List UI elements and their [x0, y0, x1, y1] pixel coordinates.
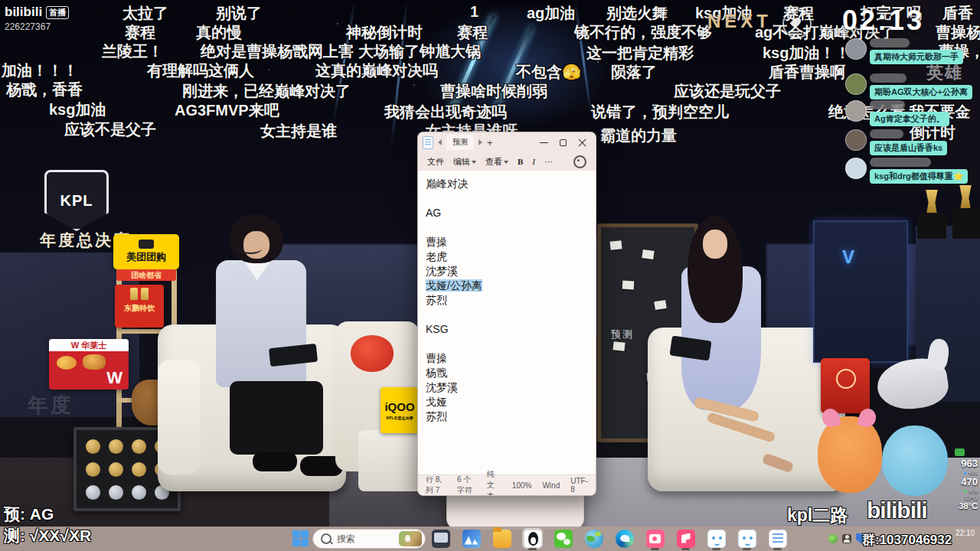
- notepad-status-bar: 行 8, 列 76 个字符纯文本100%WindUTF-8: [418, 474, 596, 495]
- wall-text: 年度: [28, 392, 74, 419]
- danmaku-comment: 不包含🫣: [516, 62, 581, 83]
- notepad-line: KSG: [426, 322, 588, 337]
- tray-user-icon[interactable]: [842, 534, 851, 543]
- notepad-doc-icon: [423, 136, 433, 149]
- task-view-icon: [462, 530, 481, 548]
- host1-body: [216, 260, 306, 387]
- chat-username: [870, 129, 903, 139]
- danmaku-comment: 这真的巅峰对决吗: [315, 60, 438, 81]
- danmaku-comment: 应该还是玩父子: [674, 81, 781, 102]
- taskbar-icon-pink-media-app[interactable]: [675, 528, 696, 549]
- chat-username: [870, 100, 905, 109]
- bili-app-1-icon: [707, 530, 726, 548]
- danmaku-comment: 我猜会出现奇迹吗: [384, 102, 507, 122]
- settings-gear-icon[interactable]: [573, 155, 586, 168]
- status-item: 100%: [512, 481, 532, 490]
- notepad-line: [426, 220, 588, 235]
- menu-file[interactable]: 文件: [427, 156, 444, 168]
- taskbar-icon-notepad[interactable]: [767, 528, 788, 549]
- taskbar-icon-wechat[interactable]: [553, 528, 573, 549]
- danmaku-comment: 神秘倒计时: [346, 22, 423, 43]
- notepad-text-area[interactable]: 巅峰对决 AG 曹操老虎沈梦溪戈娅/公孙离苏烈 KSG 曹操杨戬沈梦溪戈娅苏烈: [418, 171, 596, 475]
- trophy-icon: [109, 462, 123, 477]
- background-window[interactable]: [446, 491, 584, 530]
- wechat-icon: [554, 530, 573, 548]
- danmaku-comment: 镜不行的，强度不够: [574, 22, 712, 43]
- file-explorer-icon: [493, 530, 511, 548]
- danmaku-comment: 盾香曹操啊: [769, 62, 845, 83]
- status-item: 行 8, 列 7: [426, 474, 446, 496]
- taskbar-icon-bili-app-2[interactable]: [737, 528, 757, 549]
- taskbar-icon-qq[interactable]: [522, 528, 543, 549]
- danmaku-comment: 陨落了: [611, 62, 657, 83]
- new-tab-button[interactable]: +: [487, 137, 493, 148]
- taskbar-icon-edge[interactable]: [614, 528, 635, 549]
- prediction-line1: 预: AG: [4, 504, 54, 525]
- display-shelf: [813, 220, 908, 363]
- italic-button[interactable]: I: [532, 157, 535, 166]
- minimize-button[interactable]: [540, 139, 548, 147]
- tray-app-icon[interactable]: [828, 534, 838, 543]
- monitor-app-icon: [432, 530, 450, 548]
- danmaku-comment: 真的慢: [196, 22, 242, 43]
- notepad-line: 苏烈: [426, 409, 588, 424]
- taskbar-icon-bili-app-1[interactable]: [706, 528, 727, 549]
- countdown-timer: 02:13: [842, 5, 924, 37]
- danmaku-comment: 1: [470, 3, 479, 21]
- more-formatting-button[interactable]: ···: [544, 157, 553, 166]
- taskbar-icon-file-explorer[interactable]: [492, 528, 512, 549]
- taskbar-icon-browser[interactable]: [583, 528, 604, 549]
- system-tray: [828, 533, 865, 543]
- close-button[interactable]: [578, 139, 586, 147]
- chat-message: 真期待大师元歌那一手: [845, 38, 963, 64]
- trophy-icon: [86, 485, 100, 500]
- danmaku-comment: 刚进来，已经巅峰对决了: [182, 81, 351, 102]
- tab-scroll-left-icon[interactable]: [438, 139, 442, 145]
- taskbar-icon-bili-live-app[interactable]: [645, 528, 665, 549]
- start-button[interactable]: [292, 530, 309, 547]
- notepad-line: 沈梦溪: [426, 380, 588, 395]
- taskbar-icon-monitor-app[interactable]: [430, 528, 451, 549]
- danmaku-comment: ag加油: [527, 3, 575, 24]
- trophy-icon: [132, 439, 146, 454]
- gold-trophy: [923, 190, 940, 213]
- selected-text: 戈娅/公孙离: [426, 279, 482, 292]
- pink-media-app-icon: [677, 530, 695, 548]
- v-brand-logo: V: [842, 246, 854, 268]
- chat-text: 应该是盾山香香ks: [870, 141, 947, 155]
- chat-username: [870, 38, 910, 47]
- danmaku-comment: 杨戬，香香: [6, 80, 83, 100]
- notepad-tab[interactable]: 预测: [446, 135, 474, 150]
- trophy-icon: [109, 439, 123, 454]
- avatar: [845, 73, 867, 95]
- wallace-sign: W华莱士 W: [49, 339, 129, 390]
- search-input[interactable]: 搜索: [312, 529, 426, 549]
- danmaku-comment: 大场输了钟馗大锅: [358, 41, 481, 62]
- taskbar-clock[interactable]: 22:10: [956, 529, 975, 537]
- avatar: [845, 158, 867, 179]
- chat-message: ksg和drg都值得尊重⭐: [845, 158, 968, 184]
- trophy-icon: [109, 485, 123, 500]
- trophy-icon: [86, 462, 100, 477]
- channel-watermark: kpl二路: [787, 504, 848, 527]
- avatar: [845, 129, 867, 151]
- bold-button[interactable]: B: [518, 157, 523, 166]
- blue-plush: [882, 425, 948, 496]
- prediction-line2: 测: √XX√XR: [4, 525, 91, 546]
- danmaku-comment: 霸道的力量: [600, 126, 677, 146]
- notepad-line: 巅峰对决: [426, 177, 588, 191]
- avatar: [845, 38, 867, 60]
- chat-message: 应该是盾山香香ks: [845, 129, 947, 155]
- taskbar-icon-task-view[interactable]: [461, 528, 482, 549]
- red-display-box: [821, 358, 870, 413]
- menu-edit[interactable]: 编辑: [453, 156, 476, 168]
- bilibili-watermark: bilibili: [867, 497, 927, 523]
- notepad-icon: [769, 530, 787, 548]
- danmaku-comment: 有理解吗这俩人: [147, 60, 254, 81]
- status-item: 6 个字符: [457, 474, 476, 496]
- tab-scroll-right-icon[interactable]: [479, 139, 482, 145]
- menu-view[interactable]: 查看: [485, 156, 508, 168]
- danmaku-comment: 这一把肯定精彩: [586, 43, 694, 64]
- notepad-line: 戈娅: [426, 395, 588, 409]
- maximize-button[interactable]: [559, 139, 567, 147]
